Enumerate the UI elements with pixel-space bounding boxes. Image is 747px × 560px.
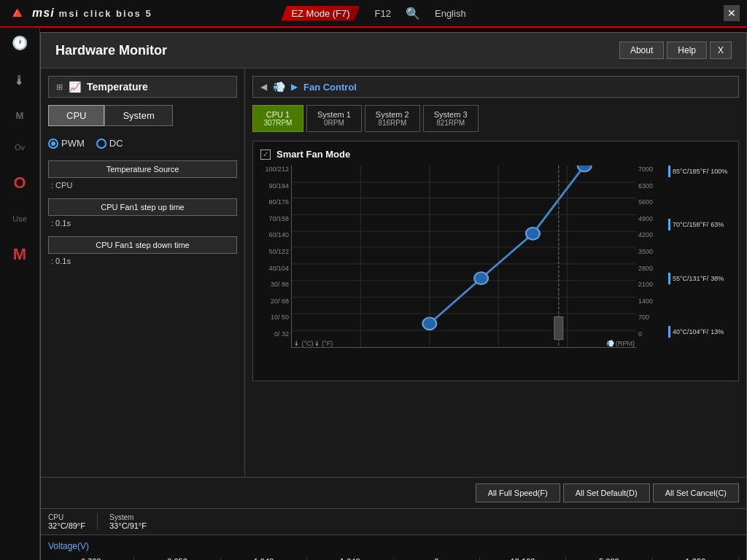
cpu-temp-reading: CPU 32°C/89°F xyxy=(48,513,98,530)
voltage-igpu: 0 Internal GPU xyxy=(394,557,480,560)
system-temp-reading: System 33°C/91°F xyxy=(109,513,158,530)
fan-nav-left[interactable]: ◀ xyxy=(260,82,267,92)
msi-logo: 🔺 msi msi click bios 5 xyxy=(7,4,152,23)
modal-container: Hardware Monitor About Help X ⊞ 📈 Temper… xyxy=(40,32,747,560)
window-close-btn[interactable]: ✕ xyxy=(724,5,740,21)
fan-chart-area: ✓ Smart Fan Mode 100/212 90/194 80/176 7… xyxy=(252,141,739,381)
left-panel: ⊞ 📈 Temperature CPU System PWM xyxy=(41,69,245,477)
temp-source-button[interactable]: Temperature Source xyxy=(48,160,237,178)
fan-tab-cpu1-rpm: 307RPM xyxy=(263,119,293,127)
temperature-title: Temperature xyxy=(87,81,148,93)
sidebar-icon-temp[interactable]: 🌡 xyxy=(13,73,26,88)
modal-header: Hardware Monitor About Help X xyxy=(41,33,746,69)
fan-tab-sys1[interactable]: System 1 0RPM xyxy=(306,105,362,132)
voltage-section: Voltage(V) 0.768 CPU Core 0.952 CPU I/O xyxy=(41,534,746,560)
voltage-cpu-sa: 1.048 CPU SA xyxy=(221,557,307,560)
temp-readings-bar: CPU 32°C/89°F System 33°C/91°F xyxy=(41,508,746,534)
chart-point-1 xyxy=(422,318,436,330)
smart-fan-title: Smart Fan Mode xyxy=(276,149,350,160)
temp-level-4: 40°C/104°F/ 13% xyxy=(668,326,731,338)
top-center: EZ Mode (F7) F12 🔍 English xyxy=(281,6,465,21)
fan-tab-sys1-name: System 1 xyxy=(317,110,351,119)
f12-label[interactable]: F12 xyxy=(375,8,391,19)
dc-radio-circle xyxy=(96,139,107,149)
fan-tab-sys2-rpm: 816RPM xyxy=(376,119,409,127)
fan-tab-sys3[interactable]: System 3 821RPM xyxy=(423,105,479,132)
help-button[interactable]: Help xyxy=(667,42,707,59)
sidebar-icon-m[interactable]: M xyxy=(16,110,24,121)
chart-svg-container[interactable]: 🌡 (°C) 🌡 (°F) 💨 (RPM) xyxy=(291,166,636,348)
sidebar-icon-m2[interactable]: M xyxy=(13,245,26,264)
step-down-value: : 0.1s xyxy=(48,257,237,265)
fan-tab-cpu1[interactable]: CPU 1 307RPM xyxy=(252,105,303,132)
bios-name: msi click bios 5 xyxy=(59,8,152,19)
dc-label: DC xyxy=(109,138,123,149)
fan-tab-sys2[interactable]: System 2 816RPM xyxy=(365,105,420,132)
cpu-temp-value: 32°C/89°F xyxy=(48,521,85,530)
system-temp-value: 33°C/91°F xyxy=(109,521,147,530)
chart-left-labels: 100/212 90/194 80/176 70/158 60/140 50/1… xyxy=(260,166,291,348)
language-label[interactable]: English xyxy=(435,8,466,19)
voltage-m: 1.360 M xyxy=(653,557,739,560)
ez-mode-btn[interactable]: EZ Mode (F7) xyxy=(281,6,360,21)
cpu-temp-name: CPU xyxy=(48,513,85,521)
search-icon[interactable]: 🔍 xyxy=(406,7,420,20)
smart-fan-header: ✓ Smart Fan Mode xyxy=(260,149,731,160)
all-full-speed-button[interactable]: All Full Speed(F) xyxy=(476,483,560,502)
fan-tab-sys1-rpm: 0RPM xyxy=(317,119,351,127)
fan-tab-cpu1-name: CPU 1 xyxy=(263,110,293,119)
sidebar-icon-use[interactable]: Use xyxy=(12,214,27,223)
chart-point-3 xyxy=(526,228,540,240)
top-bar: 🔺 msi msi click bios 5 EZ Mode (F7) F12 … xyxy=(0,0,747,28)
voltage-cpu-core-value: 0.768 xyxy=(81,557,101,560)
tab-system[interactable]: System xyxy=(104,105,172,126)
temp-level-indicators: 85°C/185°F/ 100% 70°C/158°F/ 63% 55°C/13… xyxy=(665,166,731,348)
step-up-value: : 0.1s xyxy=(48,219,237,228)
smart-fan-checkbox[interactable]: ✓ xyxy=(260,149,271,160)
temp-bar-3 xyxy=(668,273,670,284)
tab-cpu[interactable]: CPU xyxy=(48,105,104,126)
sidebar: 🕐 🌡 M Ov O Use M xyxy=(0,28,40,560)
voltage-title: Voltage(V) xyxy=(48,541,739,551)
voltage-sys5v-value: 5.080 xyxy=(599,557,619,560)
top-right: ✕ xyxy=(724,5,740,21)
all-set-default-button[interactable]: All Set Default(D) xyxy=(563,483,650,502)
bottom-action-buttons: All Full Speed(F) All Set Default(D) All… xyxy=(41,477,746,508)
voltage-pch-value: 1.048 xyxy=(340,557,360,560)
temp-level-2: 70°C/158°F/ 63% xyxy=(668,219,731,230)
about-button[interactable]: About xyxy=(619,42,664,59)
temperature-section-header: ⊞ 📈 Temperature xyxy=(48,76,237,98)
temp-bar-2 xyxy=(668,219,670,230)
expand-icon[interactable]: ⊞ xyxy=(56,82,63,92)
modal-title: Hardware Monitor xyxy=(55,43,167,58)
temp-bar-4 xyxy=(668,326,670,338)
modal-close-button[interactable]: X xyxy=(710,42,732,59)
hardware-monitor-modal: Hardware Monitor About Help X ⊞ 📈 Temper… xyxy=(40,32,747,560)
right-panel: ◀ 💨 ▶ Fan Control CPU 1 307RPM System 1 … xyxy=(245,69,746,477)
system-temp-name: System xyxy=(109,513,147,521)
voltage-sys5v: 5.080 System/5V xyxy=(566,557,652,560)
chart-wrapper: 100/212 90/194 80/176 70/158 60/140 50/1… xyxy=(260,166,731,348)
voltage-cpu-core: 0.768 CPU Core xyxy=(48,557,134,560)
temp-source-value: : CPU xyxy=(48,181,237,190)
fan-tab-sys3-name: System 3 xyxy=(434,110,468,119)
pwm-radio[interactable]: PWM xyxy=(48,138,85,149)
step-up-button[interactable]: CPU Fan1 step up time xyxy=(48,198,237,216)
sidebar-icon-clock[interactable]: 🕐 xyxy=(12,35,28,51)
voltage-bars: 0.768 CPU Core 0.952 CPU I/O 1.048 xyxy=(48,557,739,560)
fan-control-header: ◀ 💨 ▶ Fan Control xyxy=(252,76,739,98)
modal-action-buttons: About Help X xyxy=(619,42,732,59)
sidebar-icon-o[interactable]: O xyxy=(13,174,26,192)
dragon-icon: 🔺 xyxy=(7,4,28,23)
voltage-igpu-value: 0 xyxy=(434,557,438,560)
sidebar-icon-ov[interactable]: Ov xyxy=(15,143,25,152)
fan-tabs: CPU 1 307RPM System 1 0RPM System 2 816R… xyxy=(252,105,739,132)
pwm-radio-circle xyxy=(48,139,58,149)
all-set-cancel-button[interactable]: All Set Cancel(C) xyxy=(653,483,739,502)
temp-level-1: 85°C/185°F/ 100% xyxy=(668,166,731,177)
voltage-sys12v: 12.192 System/12V xyxy=(480,557,566,560)
dc-radio[interactable]: DC xyxy=(96,138,123,149)
temp-tabs: CPU System xyxy=(48,105,237,126)
voltage-cpu-io: 0.952 CPU I/O xyxy=(134,557,220,560)
step-down-button[interactable]: CPU Fan1 step down time xyxy=(48,236,237,254)
